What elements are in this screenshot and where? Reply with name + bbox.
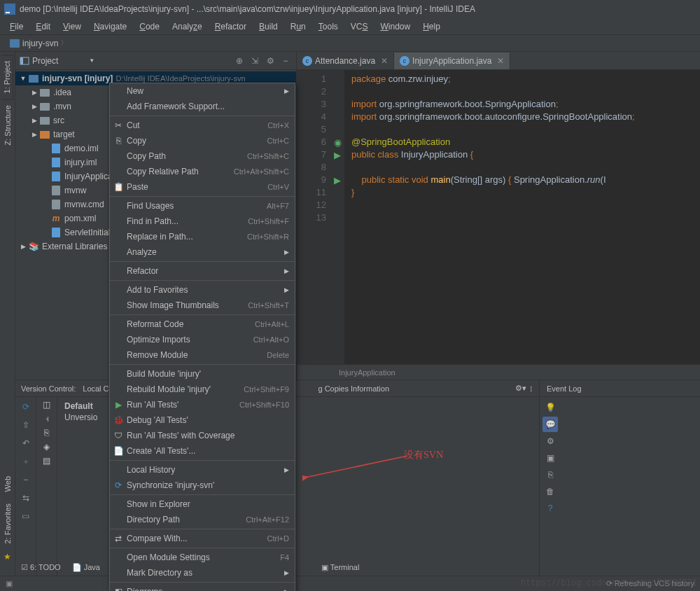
shelf-icon[interactable]: ▭	[19, 509, 33, 523]
changelist-unversioned[interactable]: Unversio	[64, 412, 97, 422]
menu-run-all-tests[interactable]: ▶Run 'All Tests'Ctrl+Shift+F10	[110, 397, 295, 412]
menu-analyze[interactable]: Analyze	[167, 20, 208, 33]
menu-code[interactable]: Code	[134, 20, 165, 33]
locate-icon[interactable]: ⊕	[233, 55, 246, 67]
add-icon[interactable]: ＋	[19, 454, 33, 468]
menu-view[interactable]: View	[57, 20, 87, 33]
menu-refactor[interactable]: Refactor	[209, 20, 252, 33]
balloon-icon[interactable]: 💡	[542, 400, 558, 415]
menu-analyze[interactable]: Analyze▶	[110, 244, 295, 260]
menu-edit[interactable]: Edit	[30, 20, 56, 33]
menu-module-settings[interactable]: Open Module SettingsF4	[110, 550, 295, 565]
copy-icon[interactable]: ⎘	[44, 428, 49, 438]
menu-build[interactable]: Build	[253, 20, 284, 33]
copy-icon[interactable]: ⎘	[542, 467, 558, 482]
menu-run[interactable]: Run	[285, 20, 312, 33]
close-icon[interactable]: ✕	[497, 56, 504, 66]
menu-reformat[interactable]: Reformat CodeCtrl+Alt+L	[110, 317, 295, 332]
java-class-icon: c	[302, 56, 312, 66]
menu-help[interactable]: Help	[417, 20, 446, 33]
breadcrumb-root[interactable]: injury-svn 〉	[4, 37, 73, 50]
menu-local-history[interactable]: Local History▶	[110, 462, 295, 478]
menu-show-thumbnails[interactable]: Show Image ThumbnailsCtrl+Shift+T	[110, 298, 295, 313]
status-icon[interactable]: ▣	[6, 579, 13, 588]
menu-new[interactable]: New▶	[110, 83, 295, 99]
menu-replace-in-path[interactable]: Replace in Path...Ctrl+Shift+R	[110, 229, 295, 244]
tab-java[interactable]: 📄 Java	[72, 563, 100, 572]
menu-copy-rel-path[interactable]: Copy Relative PathCtrl+Alt+Shift+C	[110, 164, 295, 179]
code-content[interactable]: package com.zrw.injuey; import org.sprin…	[344, 70, 635, 364]
menu-synchronize[interactable]: ⟳Synchronize 'injury-svn'	[110, 478, 295, 493]
menu-run-coverage[interactable]: 🛡Run 'All Tests' with Coverage	[110, 428, 295, 443]
menu-remove-module[interactable]: Remove ModuleDelete	[110, 347, 295, 363]
menu-add-favorites[interactable]: Add to Favorites▶	[110, 282, 295, 298]
mark-read-icon[interactable]: ▣	[542, 450, 558, 466]
editor-body[interactable]: 123456789111213 ◉ ▶ ▶ package com.zrw.in…	[297, 70, 700, 364]
menu-rebuild-module[interactable]: Rebuild Module 'injury'Ctrl+Shift+F9	[110, 382, 295, 397]
play-icon: ▶	[113, 399, 124, 410]
menu-window[interactable]: Window	[374, 20, 416, 33]
delete-icon[interactable]: 🗑	[542, 484, 558, 499]
star-icon[interactable]: ★	[4, 552, 11, 562]
diff-icon[interactable]: ⇆	[19, 491, 33, 505]
java-class-icon: c	[400, 56, 410, 66]
help-icon[interactable]: ?	[542, 501, 558, 516]
spring-boot-icon[interactable]: ◉	[334, 137, 342, 148]
editor-tab-attendance[interactable]: c Attendance.java ✕	[297, 53, 394, 69]
menu-build-module[interactable]: Build Module 'injury'	[110, 366, 295, 382]
menu-diagrams[interactable]: ◧Diagrams▶	[110, 584, 295, 591]
gutter-icons: ◉ ▶ ▶	[330, 70, 344, 364]
menu-show-explorer[interactable]: Show in Explorer	[110, 496, 295, 512]
tab-project[interactable]: 1: Project	[1, 55, 13, 99]
menu-tools[interactable]: Tools	[313, 20, 344, 33]
filter-icon[interactable]: ▤	[43, 456, 50, 466]
menu-directory-path[interactable]: Directory PathCtrl+Alt+F12	[110, 512, 295, 527]
project-view-dropdown[interactable]: Project ▼	[20, 56, 229, 66]
expand-icon[interactable]: ⫞	[45, 414, 49, 424]
breadcrumb: injury-svn 〉	[0, 35, 700, 52]
menu-find-usages[interactable]: Find UsagesAlt+F7	[110, 198, 295, 214]
gear-icon[interactable]: ⚙▾	[515, 384, 526, 393]
tab-web[interactable]: Web	[2, 471, 13, 497]
vcs-wc-info[interactable]: g Copies Information	[318, 384, 390, 393]
line-numbers: 123456789111213	[297, 70, 330, 364]
menu-add-framework[interactable]: Add Framework Support...	[110, 99, 295, 114]
tab-terminal[interactable]: ▣ Terminal	[321, 563, 359, 572]
tab-structure[interactable]: Z: Structure	[2, 99, 13, 151]
hide-icon[interactable]: −	[279, 55, 292, 67]
menu-create-tests[interactable]: 📄Create 'All Tests'...	[110, 443, 295, 459]
menu-copy-path[interactable]: Copy PathCtrl+Shift+C	[110, 148, 295, 164]
changelist-default[interactable]: Default	[64, 401, 97, 411]
close-icon[interactable]: ✕	[381, 56, 388, 66]
menu-find-in-path[interactable]: Find in Path...Ctrl+Shift+F	[110, 214, 295, 229]
tab-todo[interactable]: ☑ 6: TODO	[21, 563, 61, 572]
commit-icon[interactable]: ⇧	[19, 418, 33, 432]
menu-cut[interactable]: ✂CutCtrl+X	[110, 118, 295, 133]
menu-copy[interactable]: ⎘CopyCtrl+C	[110, 133, 295, 148]
menu-compare-with[interactable]: ⇄Compare With...Ctrl+D	[110, 531, 295, 546]
preview-icon[interactable]: ◈	[43, 442, 50, 452]
run-gutter-icon[interactable]: ▶	[334, 150, 341, 160]
hide-icon[interactable]: ⫶	[529, 384, 533, 393]
menu-debug-all-tests[interactable]: 🐞Debug 'All Tests'	[110, 412, 295, 428]
menu-mark-directory[interactable]: Mark Directory as▶	[110, 565, 295, 580]
gear-icon[interactable]: ⚙	[264, 55, 276, 67]
collapse-icon[interactable]: ⇲	[248, 55, 261, 67]
editor-breadcrumb[interactable]: InjuryApplication	[297, 364, 700, 380]
settings-icon[interactable]: ⚙	[542, 433, 558, 449]
copy-icon: ⎘	[113, 135, 124, 146]
speech-icon[interactable]: 💬	[542, 417, 558, 432]
editor-tab-injury-app[interactable]: c InjuryApplication.java ✕	[394, 53, 510, 69]
menu-refactor[interactable]: Refactor▶	[110, 263, 295, 279]
menu-optimize-imports[interactable]: Optimize ImportsCtrl+Alt+O	[110, 332, 295, 347]
tab-favorites[interactable]: 2: Favorites	[2, 498, 13, 549]
group-icon[interactable]: ◫	[43, 400, 50, 410]
menu-paste[interactable]: 📋PasteCtrl+V	[110, 179, 295, 195]
refresh-icon[interactable]: ⟳	[19, 400, 33, 414]
menu-vcs[interactable]: VCS	[345, 20, 374, 33]
revert-icon[interactable]: ↶	[19, 436, 33, 450]
menu-navigate[interactable]: Navigate	[88, 20, 132, 33]
menu-file[interactable]: File	[4, 20, 29, 33]
remove-icon[interactable]: −	[19, 473, 33, 487]
run-gutter-icon[interactable]: ▶	[334, 175, 341, 186]
